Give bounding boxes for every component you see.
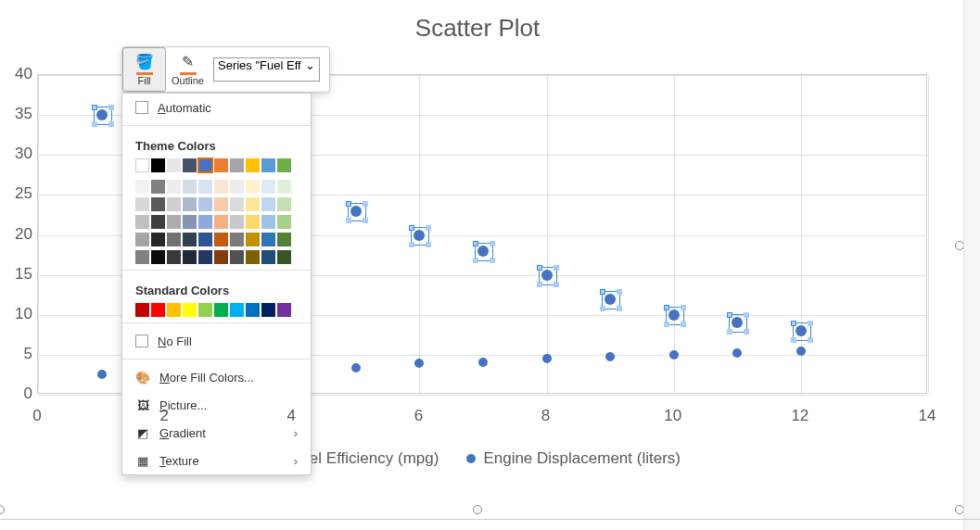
color-swatch[interactable] — [183, 158, 197, 172]
color-swatch[interactable] — [167, 233, 181, 246]
color-swatch[interactable] — [214, 233, 228, 246]
data-point[interactable] — [477, 246, 489, 257]
color-swatch[interactable] — [151, 303, 165, 317]
data-point[interactable] — [414, 359, 424, 368]
outline-button[interactable]: ✎ Outline — [166, 47, 210, 92]
color-swatch[interactable] — [167, 250, 181, 264]
color-swatch[interactable] — [277, 250, 291, 264]
color-swatch[interactable] — [230, 250, 244, 264]
color-swatch[interactable] — [277, 303, 291, 317]
no-fill-item[interactable]: No Fill — [122, 327, 311, 355]
color-swatch[interactable] — [151, 158, 165, 172]
legend-item-engine-disp[interactable]: Engine Displacement (liters) — [466, 449, 681, 468]
color-swatch[interactable] — [135, 233, 149, 246]
data-point[interactable] — [541, 270, 553, 281]
color-swatch[interactable] — [198, 250, 212, 264]
color-swatch[interactable] — [135, 250, 149, 264]
color-swatch[interactable] — [167, 303, 181, 317]
color-swatch[interactable] — [167, 180, 181, 194]
color-swatch[interactable] — [261, 197, 275, 211]
color-swatch[interactable] — [183, 197, 197, 211]
data-point[interactable] — [97, 370, 107, 379]
color-swatch[interactable] — [246, 233, 260, 246]
color-swatch[interactable] — [246, 215, 260, 229]
color-swatch[interactable] — [261, 180, 275, 194]
color-swatch[interactable] — [183, 250, 197, 264]
color-swatch[interactable] — [277, 197, 291, 211]
data-point[interactable] — [668, 309, 680, 321]
more-fill-colors-item[interactable]: 🎨 More Fill Colors... — [122, 363, 311, 391]
color-swatch[interactable] — [151, 233, 165, 246]
data-point[interactable] — [669, 350, 679, 360]
color-swatch[interactable] — [167, 158, 181, 172]
color-swatch[interactable] — [151, 250, 165, 264]
color-swatch[interactable] — [135, 197, 149, 211]
color-swatch[interactable] — [246, 250, 260, 264]
texture-fill-item[interactable]: ▦ Texture › — [122, 447, 311, 474]
data-point[interactable] — [351, 363, 361, 372]
color-swatch[interactable] — [230, 158, 244, 172]
gradient-fill-item[interactable]: ◩ Gradient › — [122, 419, 311, 447]
color-swatch[interactable] — [214, 180, 228, 194]
color-swatch[interactable] — [198, 158, 212, 172]
color-swatch[interactable] — [198, 233, 212, 246]
color-swatch[interactable] — [246, 158, 260, 172]
color-swatch[interactable] — [230, 197, 244, 211]
color-swatch[interactable] — [261, 215, 275, 229]
chart-title[interactable]: Scatter Plot — [415, 14, 540, 43]
color-swatch[interactable] — [151, 197, 165, 211]
data-point[interactable] — [605, 352, 615, 361]
color-swatch[interactable] — [214, 250, 228, 264]
color-swatch[interactable] — [198, 197, 212, 211]
color-swatch[interactable] — [183, 215, 197, 229]
color-swatch[interactable] — [277, 180, 291, 194]
automatic-fill-item[interactable]: Automatic — [122, 94, 311, 121]
legend[interactable]: Fuel Efficiency (mpg) Engine Displacemen… — [274, 449, 681, 468]
color-swatch[interactable] — [261, 303, 275, 317]
data-point[interactable] — [732, 348, 742, 358]
color-swatch[interactable] — [135, 303, 149, 317]
color-swatch[interactable] — [246, 197, 260, 211]
color-swatch[interactable] — [214, 215, 228, 229]
data-point[interactable] — [796, 347, 806, 356]
color-swatch[interactable] — [214, 158, 228, 172]
color-swatch[interactable] — [151, 180, 165, 194]
color-swatch[interactable] — [167, 197, 181, 211]
color-swatch[interactable] — [198, 215, 212, 229]
data-point[interactable] — [605, 294, 616, 305]
color-swatch[interactable] — [198, 303, 212, 317]
color-swatch[interactable] — [246, 180, 260, 194]
picture-fill-item[interactable]: 🖼 Picture... — [122, 391, 311, 419]
resize-handle-sw[interactable] — [0, 505, 5, 514]
color-swatch[interactable] — [167, 215, 181, 229]
color-swatch[interactable] — [183, 233, 197, 246]
color-swatch[interactable] — [183, 180, 197, 194]
color-swatch[interactable] — [151, 215, 165, 229]
color-swatch[interactable] — [230, 303, 244, 317]
color-swatch[interactable] — [135, 158, 149, 172]
data-point[interactable] — [350, 206, 362, 217]
color-swatch[interactable] — [261, 233, 275, 246]
color-swatch[interactable] — [230, 215, 244, 229]
resize-handle-s[interactable] — [473, 505, 482, 514]
color-swatch[interactable] — [277, 233, 291, 246]
series-selector[interactable]: Series "Fuel Eff ⌄ — [213, 57, 320, 82]
color-swatch[interactable] — [277, 215, 291, 229]
color-swatch[interactable] — [135, 215, 149, 229]
color-swatch[interactable] — [261, 250, 275, 264]
color-swatch[interactable] — [135, 180, 149, 194]
data-point[interactable] — [732, 317, 743, 328]
color-swatch[interactable] — [246, 303, 260, 317]
color-swatch[interactable] — [214, 303, 228, 317]
fill-button[interactable]: 🪣 Fill — [122, 47, 166, 92]
color-swatch[interactable] — [214, 197, 228, 211]
data-point[interactable] — [795, 325, 807, 336]
color-swatch[interactable] — [183, 303, 197, 317]
data-point[interactable] — [96, 109, 108, 120]
color-swatch[interactable] — [230, 180, 244, 194]
color-swatch[interactable] — [198, 180, 212, 194]
data-point[interactable] — [542, 354, 552, 363]
color-swatch[interactable] — [230, 233, 244, 246]
data-point[interactable] — [414, 230, 425, 241]
data-point[interactable] — [478, 358, 488, 367]
